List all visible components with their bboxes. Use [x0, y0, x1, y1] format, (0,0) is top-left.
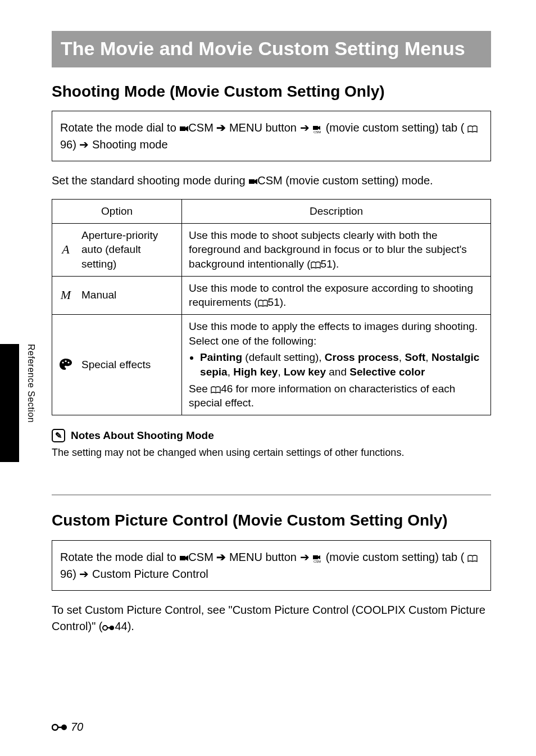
- svg-point-12: [67, 361, 69, 363]
- book-ref-icon: [258, 300, 268, 307]
- effect-name: Cross process: [325, 351, 399, 363]
- mode-desc: Use this mode to shoot subjects clearly …: [182, 223, 491, 276]
- notes-body: The setting may not be changed when usin…: [52, 446, 491, 460]
- col-description: Description: [182, 200, 491, 224]
- menu-label: MENU: [229, 121, 262, 134]
- mode-symbol: A: [52, 223, 80, 276]
- movie-mode-icon: [248, 177, 257, 186]
- book-ref-icon: [467, 125, 478, 133]
- table-row: M Manual Use this mode to control the ex…: [52, 276, 491, 314]
- page-footer: 70: [52, 721, 83, 734]
- svg-point-24: [61, 725, 67, 730]
- desc-text: Use this mode to apply the effects to im…: [189, 320, 478, 347]
- svg-rect-16: [313, 555, 318, 559]
- path-text: Rotate the mode dial to: [60, 551, 179, 563]
- side-black-tab: [0, 344, 19, 462]
- mode-desc: Use this mode to apply the effects to im…: [182, 314, 491, 415]
- svg-rect-2: [313, 126, 318, 130]
- path-csm: CSM: [188, 121, 213, 134]
- page-title: The Movie and Movie Custom Setting Menus: [61, 37, 482, 61]
- section2-body: To set Custom Picture Control, see "Cust…: [52, 602, 491, 635]
- paint-palette-icon: [59, 358, 72, 370]
- movie-tab-icon: CSM: [312, 554, 322, 563]
- page-title-bar: The Movie and Movie Custom Setting Menus: [52, 31, 491, 67]
- section1-path-box: Rotate the mode dial to CSM ➔ MENU butto…: [52, 111, 491, 161]
- t: ,: [399, 351, 405, 363]
- table-row: A Aperture-priority auto (default settin…: [52, 223, 491, 276]
- effect-name: Soft: [405, 351, 425, 363]
- svg-point-20: [103, 626, 107, 630]
- svg-text:CSM: CSM: [314, 130, 321, 133]
- path-ref: 96) ➔ Custom Picture Control: [60, 568, 208, 580]
- t: ,: [228, 366, 234, 378]
- effect-name: Low key: [284, 366, 326, 378]
- svg-point-21: [110, 626, 114, 630]
- link-ref-icon: [102, 624, 115, 632]
- t: ,: [425, 351, 431, 363]
- path-text: (movie custom setting) tab (: [326, 121, 465, 134]
- body-ref: 44).: [115, 620, 134, 632]
- movie-tab-icon: CSM: [312, 124, 322, 133]
- effect-name: Painting: [200, 351, 242, 363]
- path-csm: CSM: [188, 551, 213, 563]
- link-ref-icon: [52, 723, 67, 732]
- section1-heading: Shooting Mode (Movie Custom Setting Only…: [52, 82, 491, 101]
- effect-name: High key: [233, 366, 278, 378]
- pencil-note-icon: ✎: [52, 429, 65, 442]
- path-text: (movie custom setting) tab (: [326, 551, 465, 563]
- svg-point-11: [65, 360, 66, 362]
- section-divider: [52, 495, 491, 495]
- mode-name: Aperture-priority auto (default setting): [79, 223, 182, 276]
- page-number: 70: [71, 721, 83, 734]
- mode-symbol: [52, 314, 80, 415]
- path-ref: 96) ➔ Shooting mode: [60, 138, 168, 151]
- desc-see-ref: 46 for more information on characteristi…: [189, 383, 455, 409]
- movie-mode-icon: [179, 124, 188, 133]
- mode-name: Special effects: [79, 314, 182, 415]
- desc-ref: 51).: [321, 258, 339, 270]
- effect-name: Selective color: [349, 366, 425, 378]
- path-text: Rotate the mode dial to: [60, 121, 179, 134]
- options-table: Option Description A Aperture-priority a…: [52, 199, 491, 415]
- svg-rect-6: [249, 179, 255, 184]
- intro-text: Set the standard shooting mode during: [52, 174, 248, 187]
- mode-desc: Use this mode to control the exposure ac…: [182, 276, 491, 314]
- effects-list: Painting (default setting), Cross proces…: [200, 350, 484, 379]
- intro-text: (movie custom setting) mode.: [285, 174, 433, 187]
- side-tab-label: Reference Section: [25, 344, 36, 462]
- svg-point-23: [52, 725, 58, 730]
- mode-name: Manual: [79, 276, 182, 314]
- svg-point-10: [62, 361, 63, 363]
- book-ref-icon: [311, 261, 321, 269]
- notes-heading: ✎ Notes About Shooting Mode: [52, 429, 491, 442]
- svg-marker-17: [318, 555, 320, 559]
- book-ref-icon: [211, 386, 221, 394]
- menu-label: MENU: [229, 551, 262, 563]
- book-ref-icon: [467, 555, 478, 563]
- t: and: [326, 366, 349, 378]
- path-text: button ➔: [265, 121, 312, 134]
- table-row: Special effects Use this mode to apply t…: [52, 314, 491, 415]
- svg-rect-14: [180, 556, 185, 560]
- desc-text: Use this mode to control the exposure ac…: [189, 282, 473, 309]
- svg-marker-3: [318, 126, 320, 130]
- section2-path-box: Rotate the mode dial to CSM ➔ MENU butto…: [52, 540, 491, 591]
- svg-rect-0: [180, 126, 185, 131]
- col-option: Option: [52, 200, 182, 224]
- t: ,: [278, 366, 284, 378]
- svg-text:CSM: CSM: [314, 560, 321, 563]
- arrow-icon: ➔: [216, 121, 229, 134]
- intro-csm: CSM: [257, 174, 282, 187]
- desc-see: See: [189, 383, 211, 395]
- desc-ref: 51).: [268, 296, 287, 308]
- movie-mode-icon: [179, 554, 188, 563]
- section2-heading: Custom Picture Control (Movie Custom Set…: [52, 511, 491, 530]
- notes-heading-text: Notes About Shooting Mode: [71, 429, 214, 442]
- t: (default setting),: [242, 351, 325, 363]
- section1-intro: Set the standard shooting mode during CS…: [52, 173, 491, 189]
- path-text: button ➔: [265, 551, 312, 563]
- mode-symbol: M: [52, 276, 80, 314]
- arrow-icon: ➔: [216, 551, 229, 563]
